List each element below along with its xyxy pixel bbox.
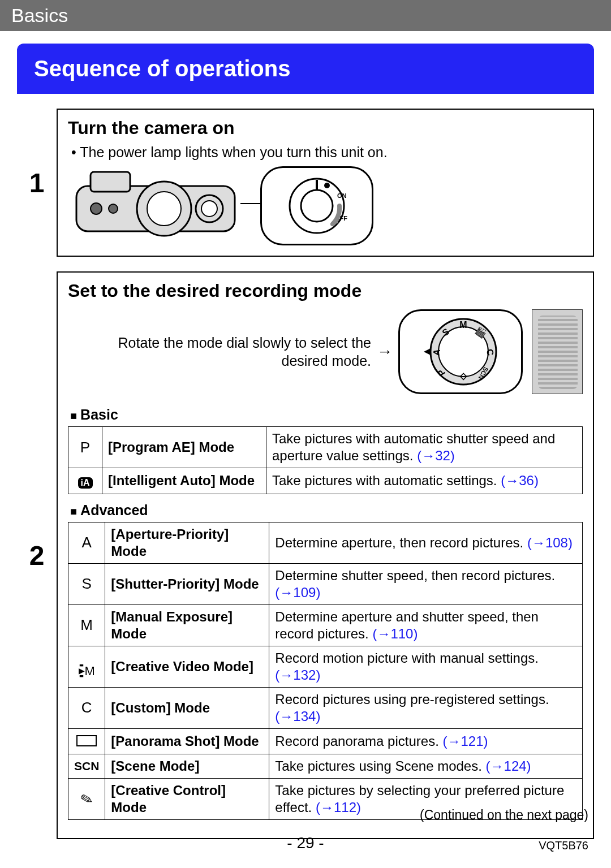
mode-icon-panorama [68, 728, 105, 754]
step-1-number: 1 [17, 109, 57, 257]
mode-desc: Record panorama pictures. (→121) [269, 728, 583, 754]
svg-point-10 [324, 183, 330, 188]
mode-icon-scn: SCN [68, 754, 105, 779]
table-row: SCN [Scene Mode] Take pictures using Sce… [68, 754, 583, 779]
advanced-modes-table: A [Aperture-Priority] Mode Determine ape… [68, 522, 583, 821]
page-xref[interactable]: (→112) [316, 800, 361, 815]
table-row: P [Program AE] Mode Take pictures with a… [68, 427, 583, 468]
mode-name: [Shutter-Priority] Mode [105, 563, 269, 604]
mode-desc: Record motion picture with manual settin… [269, 646, 583, 687]
mode-name: [Scene Mode] [105, 754, 269, 779]
page-xref[interactable]: (→108) [527, 535, 573, 550]
power-dial-icon: ON OFF [283, 172, 351, 240]
mode-icon-c: C [68, 687, 105, 728]
advanced-group-label: Advanced [70, 502, 583, 519]
step-1-title: Turn the camera on [68, 118, 583, 139]
mode-dial-callout: M S A P 🎬 C SCN ◇ [398, 309, 523, 394]
table-row: M [Manual Exposure] Mode Determine apert… [68, 604, 583, 646]
mode-icon-s: S [68, 563, 105, 604]
mode-desc: Determine aperture and shutter speed, th… [269, 604, 583, 646]
page-xref[interactable]: (→134) [275, 709, 320, 724]
page-xref[interactable]: (→110) [372, 626, 418, 641]
mode-desc: Take pictures with automatic shutter spe… [266, 427, 583, 468]
mode-icon-ia: iA [68, 468, 102, 494]
mode-desc: Take pictures using Scene modes. (→124) [269, 754, 583, 779]
svg-text:M: M [459, 320, 467, 330]
table-row: [Panorama Shot] Mode Record panorama pic… [68, 728, 583, 754]
svg-point-3 [147, 192, 181, 226]
mode-dial-icon: M S A P 🎬 C SCN ◇ [418, 312, 503, 391]
step-1: 1 Turn the camera on • The power lamp li… [17, 109, 594, 257]
page-title: Sequence of operations [17, 44, 594, 94]
document-id: VQT5B76 [539, 839, 588, 852]
mode-icon-m: M [68, 604, 105, 646]
step-2: 2 Set to the desired recording mode Rota… [17, 271, 594, 839]
continued-notice: (Continued on the next page) [420, 807, 588, 823]
svg-point-6 [91, 203, 102, 214]
table-row: C [Custom] Mode Record pictures using pr… [68, 687, 583, 728]
step-2-instruction: Rotate the mode dial slowly to select th… [68, 334, 371, 370]
arrow-icon: → [377, 343, 393, 361]
table-row: A [Aperture-Priority] Mode Determine ape… [68, 522, 583, 563]
mode-name: [Creative Video Mode] [105, 646, 269, 687]
page-xref[interactable]: (→32) [417, 448, 455, 463]
basic-group-label: Basic [70, 407, 583, 423]
power-switch-callout: ON OFF [260, 166, 373, 245]
page-xref[interactable]: (→124) [486, 758, 531, 774]
svg-marker-22 [424, 348, 431, 355]
on-label: ON [337, 192, 347, 199]
svg-point-7 [109, 204, 118, 213]
step-2-number: 2 [17, 271, 57, 839]
step-2-title: Set to the desired recording mode [68, 280, 583, 301]
camera-top-illustration [74, 166, 243, 240]
mode-name: [Custom] Mode [105, 687, 269, 728]
section-header: Basics [0, 0, 611, 31]
step-1-bullet: • The power lamp lights when you turn th… [71, 144, 583, 161]
svg-text:◇: ◇ [459, 371, 467, 381]
table-row: ▪▪▶▪▪M [Creative Video Mode] Record moti… [68, 646, 583, 687]
table-row: iA [Intelligent Auto] Mode Take pictures… [68, 468, 583, 494]
mode-icon-creative-video: ▪▪▶▪▪M [68, 646, 105, 687]
mode-desc: Record pictures using pre-registered set… [269, 687, 583, 728]
mode-desc: Take pictures with automatic settings. (… [266, 468, 583, 494]
camera-grip-illustration [532, 309, 583, 394]
svg-point-9 [301, 190, 333, 222]
basic-modes-table: P [Program AE] Mode Take pictures with a… [68, 426, 583, 494]
mode-name: [Panorama Shot] Mode [105, 728, 269, 754]
mode-name: [Program AE] Mode [102, 427, 266, 468]
page-xref[interactable]: (→109) [275, 585, 320, 600]
page-xref[interactable]: (→132) [275, 667, 320, 683]
table-row: S [Shutter-Priority] Mode Determine shut… [68, 563, 583, 604]
mode-name: [Creative Control] Mode [105, 779, 269, 820]
mode-name: [Aperture-Priority] Mode [105, 522, 269, 563]
mode-desc: Determine shutter speed, then record pic… [269, 563, 583, 604]
mode-icon-p: P [68, 427, 102, 468]
page-xref[interactable]: (→121) [443, 733, 488, 749]
svg-point-5 [201, 201, 217, 217]
mode-icon-a: A [68, 522, 105, 563]
svg-rect-1 [91, 172, 130, 192]
mode-desc: Determine aperture, then record pictures… [269, 522, 583, 563]
mode-icon-creative-control: ✎ [68, 779, 105, 820]
page-xref[interactable]: (→36) [501, 473, 539, 488]
mode-name: [Intelligent Auto] Mode [102, 468, 266, 494]
mode-name: [Manual Exposure] Mode [105, 604, 269, 646]
